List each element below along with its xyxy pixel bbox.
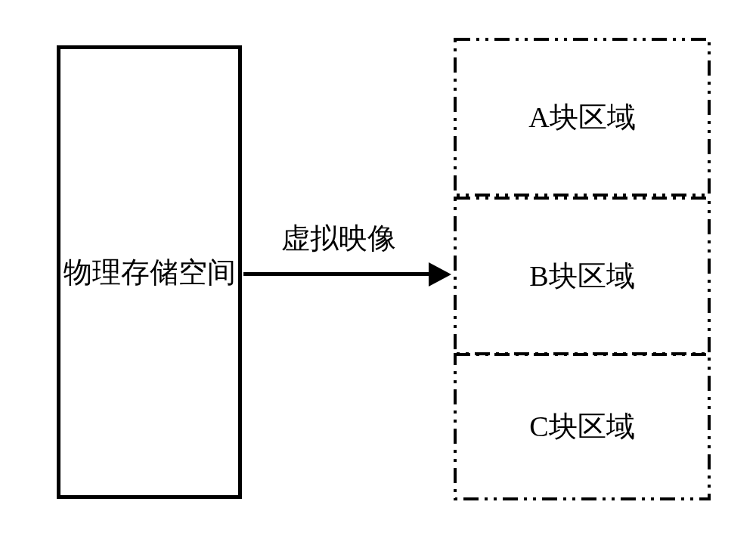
region-c-label: C块区域 bbox=[529, 407, 634, 446]
region-b-box: B块区域 bbox=[454, 197, 711, 355]
mapping-arrow: 虚拟映像 bbox=[243, 257, 451, 302]
region-a-box: A块区域 bbox=[454, 38, 711, 197]
region-b-label: B块区域 bbox=[529, 257, 634, 296]
region-a-label: A块区域 bbox=[528, 98, 635, 137]
diagram-container: 物理存储空间 虚拟映像 A块区域 B块区域 C块区域 bbox=[0, 0, 756, 539]
region-c-box: C块区域 bbox=[454, 353, 711, 500]
arrow-head-icon bbox=[429, 262, 451, 287]
physical-storage-box: 物理存储空间 bbox=[57, 45, 242, 499]
arrow-line bbox=[243, 272, 434, 276]
arrow-label: 虚拟映像 bbox=[281, 219, 396, 258]
physical-storage-label: 物理存储空间 bbox=[64, 253, 236, 292]
